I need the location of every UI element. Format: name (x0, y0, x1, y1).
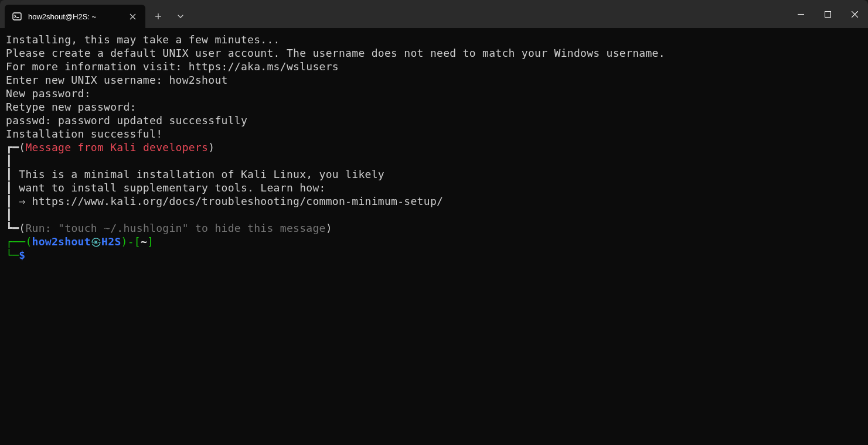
prompt-line-2: └─$ (6, 249, 25, 261)
output-line: Retype new password: (6, 101, 137, 113)
terminal-icon (12, 11, 22, 22)
tab-dropdown-button[interactable] (170, 6, 191, 27)
window-controls (787, 0, 868, 28)
minimize-button[interactable] (787, 0, 814, 28)
output-line: New password: (6, 87, 91, 100)
tab-close-button[interactable] (127, 11, 138, 22)
box-message-line: ┃ This is a minimal installation of Kali… (6, 168, 384, 180)
box-message-line: ┃ want to install supplementary tools. L… (6, 182, 326, 194)
titlebar-drag-area[interactable] (191, 0, 787, 28)
titlebar: how2shout@H2S: ~ (0, 0, 868, 28)
new-tab-button[interactable] (148, 6, 169, 27)
maximize-button[interactable] (814, 0, 841, 28)
output-line: For more information visit: https://aka.… (6, 60, 339, 73)
box-message-line: ┃ ⇒ https://www.kali.org/docs/troublesho… (6, 195, 443, 207)
close-button[interactable] (841, 0, 868, 28)
output-line: Installing, this may take a few minutes.… (6, 33, 280, 46)
box-border-bottom: ┗━(Run: "touch ~/.hushlogin" to hide thi… (6, 222, 332, 234)
box-border-side: ┃ (6, 155, 12, 167)
output-line: Please create a default UNIX user accoun… (6, 47, 665, 59)
svg-rect-7 (825, 11, 830, 17)
output-line: passwd: password updated successfully (6, 114, 247, 126)
output-line: Installation successful! (6, 128, 162, 140)
active-tab[interactable]: how2shout@H2S: ~ (5, 5, 145, 28)
prompt-line-1: ┌──(how2shout㉿H2S)-[~] (6, 235, 154, 248)
tab-title: how2shout@H2S: ~ (28, 12, 121, 21)
box-border-side: ┃ (6, 208, 12, 221)
tab-actions (145, 0, 191, 28)
terminal-output[interactable]: Installing, this may take a few minutes.… (0, 28, 868, 445)
box-border-top: ┏━(Message from Kali developers) (6, 141, 215, 153)
svg-rect-0 (13, 13, 21, 20)
output-line: Enter new UNIX username: how2shout (6, 74, 228, 86)
tab-area: how2shout@H2S: ~ (0, 0, 145, 28)
